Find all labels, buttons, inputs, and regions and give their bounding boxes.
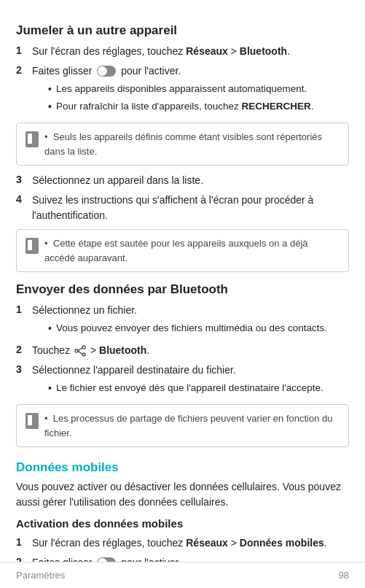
step-3-jumeler: 3 Sélectionnez un appareil dans la liste… xyxy=(16,173,349,188)
bullet-dot: • xyxy=(48,321,52,336)
bullet-dot: • xyxy=(48,99,52,115)
step-text: Sélectionnez un fichier. • Vous pouvez e… xyxy=(32,303,349,339)
step-3-envoyer: 3 Sélectionnez l'appareil destinataire d… xyxy=(16,363,349,398)
bullet-item: • Les appareils disponibles apparaissent… xyxy=(48,82,349,97)
toggle-icon xyxy=(97,66,116,77)
step-1-envoyer: 1 Sélectionnez un fichier. • Vous pouvez… xyxy=(16,303,349,339)
section-title-donnees: Données mobiles xyxy=(16,460,349,475)
step-text: Faites glisser pour l'activer. • Les app… xyxy=(32,63,349,117)
section-title-activation: Activation des données mobiles xyxy=(16,517,349,530)
step-text: Sélectionnez l'appareil destinataire du … xyxy=(32,363,349,398)
step-number: 4 xyxy=(16,193,29,205)
bullet-list: • Les appareils disponibles apparaissent… xyxy=(48,82,349,115)
step-number: 2 xyxy=(16,64,29,76)
bullet-text: Vous pouvez envoyer des fichiers multimé… xyxy=(56,321,349,336)
note-text-3: • Les processus de partage de fichiers p… xyxy=(44,411,340,440)
bullet-item: • Vous pouvez envoyer des fichiers multi… xyxy=(48,321,349,336)
note-doc-icon xyxy=(25,238,39,254)
section-title-jumeler: Jumeler à un autre appareil xyxy=(16,23,349,38)
step-2-envoyer: 2 Touchez > Bluetooth. xyxy=(16,343,349,358)
step-1-donnees: 1 Sur l'écran des réglages, touchez Rése… xyxy=(16,535,349,551)
step-number: 1 xyxy=(16,303,29,315)
section-jumeler: Jumeler à un autre appareil 1 Sur l'écra… xyxy=(16,23,349,272)
section-title-envoyer: Envoyer des données par Bluetooth xyxy=(16,282,349,297)
step-number: 2 xyxy=(16,344,29,355)
bottom-left-label: Paramètres xyxy=(16,570,65,581)
step-number: 1 xyxy=(16,536,29,548)
step-2-jumeler: 2 Faites glisser pour l'activer. • Les a… xyxy=(16,63,349,117)
bottom-bar: Paramètres 98 xyxy=(0,562,365,588)
step-number: 1 xyxy=(16,45,29,56)
svg-line-4 xyxy=(78,351,82,355)
svg-point-2 xyxy=(75,349,78,352)
bullet-text: Les appareils disponibles apparaissent a… xyxy=(56,82,349,96)
step-text: Sur l'écran des réglages, touchez Réseau… xyxy=(32,535,349,551)
note-text-1: • Seuls les appareils définis comme étan… xyxy=(44,130,340,158)
note-box-2: • Cette étape est sautée pour les appare… xyxy=(16,229,349,272)
bullet-dot: • xyxy=(48,381,52,396)
bullet-list: • Le fichier est envoyé dès que l'appare… xyxy=(48,381,349,396)
page-content: Jumeler à un autre appareil 1 Sur l'écra… xyxy=(16,23,349,588)
bottom-page-number: 98 xyxy=(339,570,349,581)
bullet-item: • Pour rafraîchir la liste d'appareils, … xyxy=(48,99,349,115)
note-doc-icon xyxy=(25,131,39,147)
step-4-jumeler: 4 Suivez les instructions qui s'affichen… xyxy=(16,193,349,223)
bullet-text: Pour rafraîchir la liste d'appareils, to… xyxy=(56,99,349,114)
step-text: Sélectionnez un appareil dans la liste. xyxy=(32,173,349,188)
donnees-subtitle: Vous pouvez activer ou désactiver les do… xyxy=(16,479,349,510)
note-box-1: • Seuls les appareils définis comme étan… xyxy=(16,123,349,166)
step-text: Suivez les instructions qui s'affichent … xyxy=(32,193,349,223)
bullet-text: Le fichier est envoyé dès que l'appareil… xyxy=(56,381,349,395)
svg-point-0 xyxy=(82,346,85,349)
step-text: Sur l'écran des réglages, touchez Réseau… xyxy=(32,44,349,59)
note-box-3: • Les processus de partage de fichiers p… xyxy=(16,404,349,447)
bullet-dot: • xyxy=(48,82,52,97)
bullet-list: • Vous pouvez envoyer des fichiers multi… xyxy=(48,321,349,336)
share-icon xyxy=(74,345,86,357)
note-doc-icon xyxy=(25,413,39,429)
step-text: Touchez > Bluetooth. xyxy=(32,343,349,358)
note-text-2: • Cette étape est sautée pour les appare… xyxy=(44,236,340,265)
step-number: 3 xyxy=(16,174,29,185)
bullet-item: • Le fichier est envoyé dès que l'appare… xyxy=(48,381,349,396)
step-number: 3 xyxy=(16,363,29,375)
section-donnees: Données mobiles Vous pouvez activer ou d… xyxy=(16,460,349,570)
step-1-jumeler: 1 Sur l'écran des réglages, touchez Rése… xyxy=(16,44,349,59)
section-envoyer: Envoyer des données par Bluetooth 1 Séle… xyxy=(16,282,349,447)
svg-line-3 xyxy=(78,348,82,352)
svg-point-1 xyxy=(82,353,85,356)
